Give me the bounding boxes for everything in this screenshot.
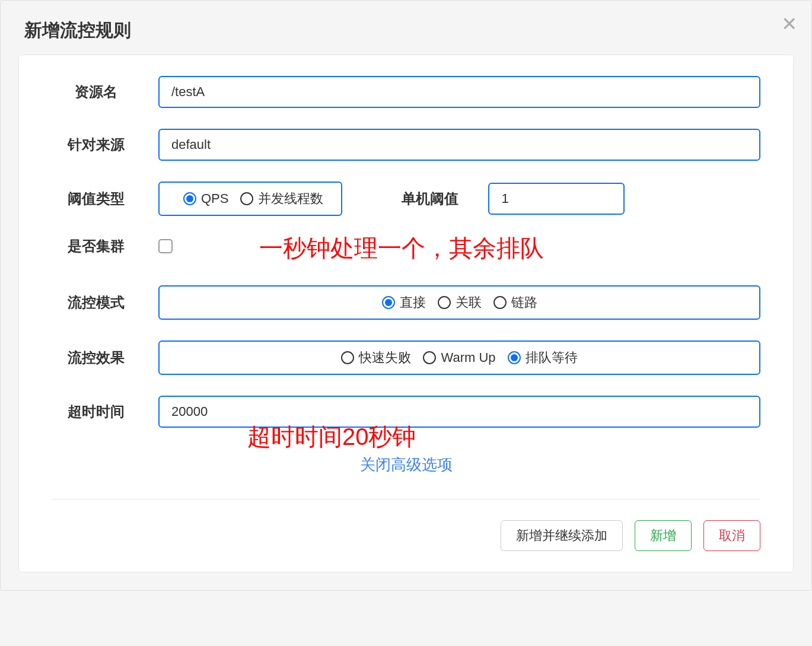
radio-icon [508, 351, 521, 364]
add-button[interactable]: 新增 [635, 520, 692, 551]
flow-effect-label: 流控效果 [52, 348, 141, 367]
radio-icon [423, 351, 436, 364]
cluster-checkbox[interactable] [158, 239, 173, 253]
radio-warm-up-label: Warm Up [441, 350, 495, 365]
radio-fast-fail-label: 快速失败 [359, 349, 411, 367]
single-threshold-input[interactable] [488, 183, 625, 215]
modal-body: 资源名 针对来源 阈值类型 QPS 并发线 [18, 55, 794, 572]
cancel-button[interactable]: 取消 [703, 520, 760, 551]
single-threshold-label: 单机阈值 [402, 189, 458, 208]
timeout-input[interactable] [158, 396, 760, 428]
add-continue-button[interactable]: 新增并继续添加 [501, 520, 623, 551]
form-row-source: 针对来源 [52, 129, 760, 161]
radio-icon [240, 192, 253, 205]
radio-fast-fail[interactable]: 快速失败 [341, 349, 411, 367]
radio-direct[interactable]: 直接 [382, 294, 426, 311]
form-row-timeout: 超时时间 超时时间20秒钟 [52, 396, 760, 428]
radio-direct-label: 直接 [400, 294, 426, 311]
radio-queue[interactable]: 排队等待 [508, 349, 578, 367]
flow-mode-label: 流控模式 [52, 293, 141, 312]
radio-warm-up[interactable]: Warm Up [423, 350, 495, 365]
radio-relation[interactable]: 关联 [438, 294, 482, 311]
form-row-resource: 资源名 [52, 76, 760, 108]
close-advanced-link[interactable]: 关闭高级选项 [52, 454, 760, 475]
timeout-label: 超时时间 [52, 402, 141, 421]
radio-chain[interactable]: 链路 [493, 294, 537, 311]
radio-icon [382, 296, 395, 309]
flow-effect-group: 快速失败 Warm Up 排队等待 [158, 340, 760, 375]
radio-thread[interactable]: 并发线程数 [240, 190, 323, 208]
threshold-type-label: 阈值类型 [52, 189, 141, 208]
source-label: 针对来源 [52, 135, 141, 154]
radio-queue-label: 排队等待 [526, 349, 578, 367]
radio-icon [183, 192, 196, 205]
modal-title: 新增流控规则 [24, 18, 788, 43]
source-input[interactable] [158, 129, 760, 161]
cluster-label: 是否集群 [52, 237, 141, 256]
form-row-cluster: 是否集群 一秒钟处理一个，其余排队 [52, 237, 760, 256]
modal-dialog: 新增流控规则 × 资源名 针对来源 阈值类型 QPS [0, 0, 812, 591]
modal-header: 新增流控规则 × [1, 1, 811, 55]
modal-footer: 新增并继续添加 新增 取消 [52, 499, 760, 551]
radio-icon [341, 351, 354, 364]
annotation-1: 一秒钟处理一个，其余排队 [259, 232, 544, 265]
radio-icon [438, 296, 451, 309]
flow-mode-group: 直接 关联 链路 [158, 285, 760, 320]
radio-relation-label: 关联 [456, 294, 482, 311]
form-row-flow-mode: 流控模式 直接 关联 链路 [52, 285, 760, 320]
radio-chain-label: 链路 [511, 294, 537, 311]
radio-qps[interactable]: QPS [183, 191, 228, 206]
form-row-threshold-type: 阈值类型 QPS 并发线程数 单机阈值 [52, 182, 760, 216]
radio-icon [493, 296, 507, 309]
resource-label: 资源名 [52, 82, 141, 101]
threshold-type-group: QPS 并发线程数 [158, 182, 342, 216]
form-row-flow-effect: 流控效果 快速失败 Warm Up 排队等待 [52, 340, 760, 375]
close-icon[interactable]: × [782, 11, 797, 36]
resource-input[interactable] [158, 76, 760, 108]
radio-qps-label: QPS [201, 191, 228, 206]
radio-thread-label: 并发线程数 [258, 190, 323, 208]
